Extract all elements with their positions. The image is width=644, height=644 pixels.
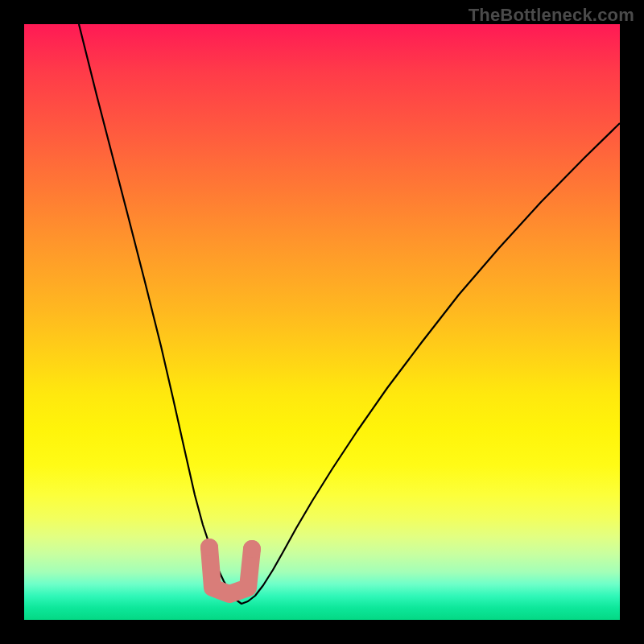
chart-frame: TheBottleneck.com (0, 0, 644, 644)
curve-layer (24, 24, 620, 620)
plot-area (24, 24, 620, 620)
svg-point-0 (200, 539, 218, 556)
watermark: TheBottleneck.com (469, 5, 634, 26)
bottleneck-curve (79, 24, 620, 604)
highlight-marker (200, 539, 261, 594)
svg-point-1 (243, 540, 261, 558)
